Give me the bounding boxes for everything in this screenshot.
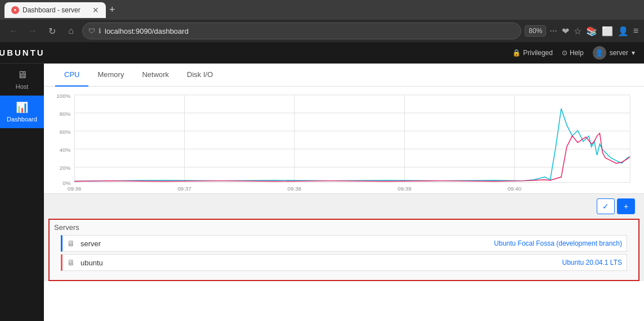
svg-text:40%: 40% (60, 147, 71, 153)
bottom-panel: ✓ + Servers 🖥 server Ubuntu Focal Fossa … (44, 193, 644, 281)
svg-text:09:40: 09:40 (508, 186, 522, 192)
pocket-icon[interactable]: ❤ (562, 26, 569, 37)
svg-text:20%: 20% (60, 165, 71, 171)
help-label: Help (570, 49, 584, 57)
tab-memory[interactable]: Memory (88, 64, 133, 87)
privileged-badge: 🔒 Privileged (512, 49, 553, 57)
chevron-down-icon: ▾ (632, 49, 635, 57)
servers-box: Servers 🖥 server Ubuntu Focal Fossa (dev… (48, 219, 639, 281)
new-tab-button[interactable]: + (109, 4, 115, 16)
add-server-button[interactable]: + (617, 198, 635, 214)
ubuntu-icon: 🖥 (67, 258, 75, 267)
sidebar-host-label: Host (16, 83, 29, 90)
back-button[interactable]: ← (6, 23, 21, 39)
server-icon: 🖥 (67, 239, 75, 248)
svg-text:09:39: 09:39 (397, 186, 411, 192)
app-container: UBUNTU 🖥 Host 📊 Dashboard 🔒 Privileged ⊙… (0, 42, 644, 321)
browser-toolbar: ← → ↻ ⌂ 🛡 ℹ localhost:9090/dashboard 80%… (0, 20, 644, 42)
menu-icon[interactable]: ≡ (633, 26, 638, 36)
home-button[interactable]: ⌂ (63, 23, 79, 39)
browser-chrome: ● Dashboard - server ✕ + ← → ↻ ⌂ 🛡 ℹ loc… (0, 0, 644, 42)
avatar: 👤 (593, 46, 606, 60)
url-text: localhost:9090/dashboard (105, 27, 189, 35)
svg-text:09:36: 09:36 (68, 186, 81, 192)
tab-manager-icon[interactable]: ⬜ (602, 26, 613, 37)
ubuntu-desc: Ubuntu 20.04.1 LTS (562, 259, 622, 266)
bookmark-icon[interactable]: ☆ (574, 26, 582, 37)
dashboard-icon: 📊 (16, 101, 28, 114)
ubuntu-name: ubuntu (80, 259, 103, 267)
address-bar[interactable]: 🛡 ℹ localhost:9090/dashboard (82, 22, 521, 39)
panel-actions: ✓ + (597, 198, 635, 214)
zoom-badge: 80% (525, 25, 546, 37)
chart-area: 100% 80% 60% 40% 20% 0% (44, 87, 644, 193)
browser-tabs: ● Dashboard - server ✕ + (0, 0, 644, 20)
tab-close-button[interactable]: ✕ (92, 6, 99, 15)
main-wrapper: 🔒 Privileged ⊙ Help 👤 server ▾ CPU Memor… (44, 42, 644, 321)
sidebar: UBUNTU 🖥 Host 📊 Dashboard (0, 42, 44, 321)
tab-network[interactable]: Network (133, 64, 178, 87)
sidebar-item-host[interactable]: 🖥 Host (0, 64, 44, 96)
panel-header: ✓ + (44, 194, 644, 219)
account-icon[interactable]: 👤 (618, 26, 629, 37)
server-desc: Ubuntu Focal Fossa (development branch) (494, 239, 622, 247)
sidebar-dashboard-label: Dashboard (7, 116, 37, 123)
help-button[interactable]: ⊙ Help (562, 49, 584, 57)
toolbar-right: ··· ❤ ☆ 📚 ⬜ 👤 ≡ (549, 26, 638, 37)
tab-favicon: ● (11, 6, 19, 14)
lock-icon: 🔒 (512, 49, 521, 57)
check-button[interactable]: ✓ (597, 198, 615, 214)
tab-disk-io[interactable]: Disk I/O (178, 64, 222, 87)
svg-text:60%: 60% (60, 129, 71, 135)
shield-icon: 🛡 (88, 27, 95, 35)
reload-button[interactable]: ↻ (44, 23, 60, 39)
app-topbar: 🔒 Privileged ⊙ Help 👤 server ▾ (44, 42, 644, 64)
help-circle-icon: ⊙ (562, 49, 567, 57)
svg-text:80%: 80% (60, 111, 71, 117)
host-icon: 🖥 (17, 69, 27, 81)
browser-tab-active[interactable]: ● Dashboard - server ✕ (5, 2, 106, 18)
svg-text:09:38: 09:38 (288, 186, 301, 192)
tab-title: Dashboard - server (23, 6, 80, 14)
svg-text:100%: 100% (56, 93, 70, 99)
brand-label: UBUNTU (0, 48, 45, 57)
servers-title: Servers (52, 222, 636, 235)
user-label: server (610, 49, 628, 57)
sidebar-item-dashboard[interactable]: 📊 Dashboard (0, 96, 44, 128)
chart-container: 100% 80% 60% 40% 20% 0% (55, 92, 633, 193)
server-list: 🖥 server Ubuntu Focal Fossa (development… (52, 235, 636, 278)
chart-tabs: CPU Memory Network Disk I/O (44, 64, 644, 87)
cpu-chart-svg: 100% 80% 60% 40% 20% 0% (55, 92, 633, 193)
brand-bar: UBUNTU (0, 42, 44, 64)
privileged-label: Privileged (523, 49, 553, 57)
library-icon[interactable]: 📚 (586, 26, 597, 37)
more-menu-icon[interactable]: ··· (549, 26, 557, 36)
info-icon: ℹ (99, 27, 101, 35)
server-name: server (80, 239, 101, 248)
forward-button[interactable]: → (25, 23, 41, 39)
main-content: CPU Memory Network Disk I/O 100% 80% 60%… (44, 64, 644, 321)
server-item-ubuntu[interactable]: 🖥 ubuntu Ubuntu 20.04.1 LTS (61, 254, 627, 271)
server-item-server[interactable]: 🖥 server Ubuntu Focal Fossa (development… (61, 235, 627, 252)
svg-text:09:37: 09:37 (177, 186, 191, 192)
tab-cpu[interactable]: CPU (55, 64, 88, 87)
user-menu[interactable]: 👤 server ▾ (593, 46, 635, 60)
